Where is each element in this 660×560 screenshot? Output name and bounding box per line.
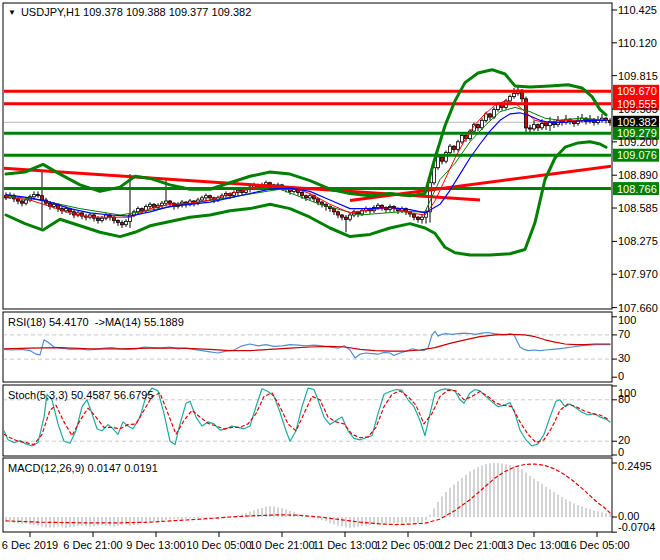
- price-axis[interactable]: [613, 3, 660, 532]
- main-chart-area[interactable]: [3, 3, 612, 309]
- stoch-pane[interactable]: [3, 385, 612, 456]
- time-axis[interactable]: [3, 533, 612, 560]
- macd-pane[interactable]: [3, 458, 612, 532]
- trading-chart-window: 110.425110.120109.815109.505109.200108.8…: [0, 0, 660, 560]
- rsi-pane[interactable]: [3, 312, 612, 382]
